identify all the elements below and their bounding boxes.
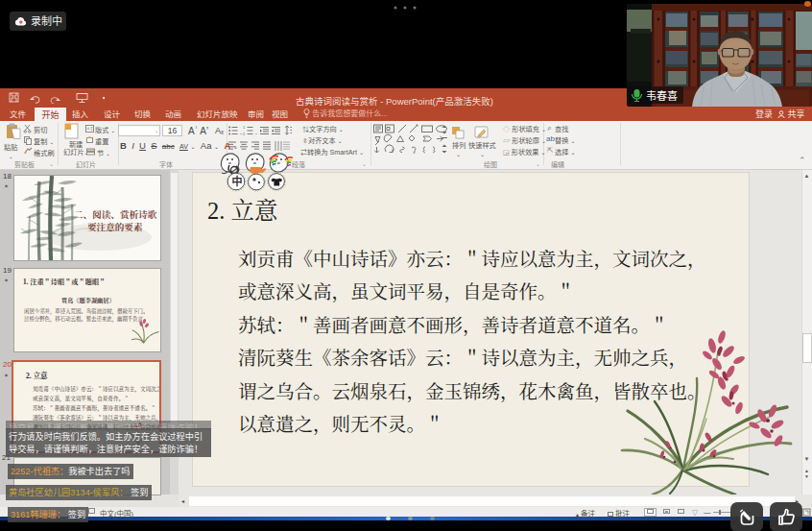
svg-text:闲居少邻并，草径入荒园。鸟宿池边树，僧敲月下门。: 闲居少邻并，草径入荒园。鸟宿池边树，僧敲月下门。 [24, 307, 148, 315]
svg-text:中: 中 [232, 175, 243, 187]
svg-text:2: 2 [243, 132, 246, 135]
svg-text:或意深义高，虽文词平易，自是奇作。＂: 或意深义高，虽文词平易，自是奇作。＂ [33, 395, 130, 402]
svg-text:1: 1 [243, 126, 246, 130]
svg-text:贾岛《题李凝幽居》: 贾岛《题李凝幽居》 [61, 297, 115, 304]
svg-text:二、阅读、赏析诗歌: 二、阅读、赏析诗歌 [74, 209, 157, 220]
svg-text:苏轼：＂善画者画意不画形，善诗者道意不道名。＂: 苏轼：＂善画者画意不画形，善诗者道意不道名。＂ [33, 404, 156, 412]
svg-text:韦春喜: 韦春喜 [646, 90, 678, 102]
svg-text:要注意的要素: 要注意的要素 [87, 222, 143, 232]
svg-text:⌄: ⌄ [254, 130, 258, 135]
svg-text:过桥分野色，移石动云根。暂去还来此，幽期不负言。: 过桥分野色，移石动云根。暂去还来此，幽期不负言。 [24, 315, 148, 323]
svg-text:刘贡甫《中山诗话》亦云：＂诗应以意为主，文词次之，: 刘贡甫《中山诗话》亦云：＂诗应以意为主，文词次之， [33, 385, 159, 393]
svg-text:1. 注重＂诗眼＂或＂题眼＂: 1. 注重＂诗眼＂或＂题眼＂ [23, 278, 106, 286]
svg-text:2. 立意: 2. 立意 [26, 371, 48, 380]
